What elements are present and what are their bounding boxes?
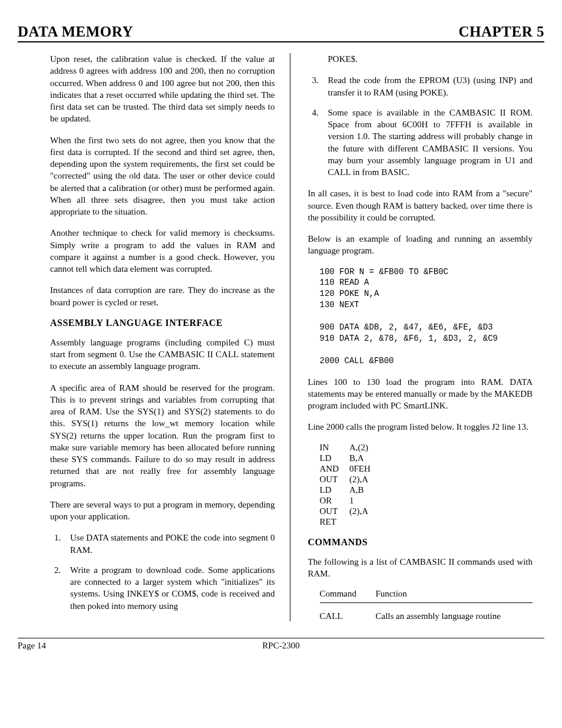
section-heading: ASSEMBLY LANGUAGE INTERFACE: [50, 318, 275, 328]
section-heading: COMMANDS: [308, 537, 533, 548]
paragraph: There are several ways to put a program …: [50, 499, 275, 523]
paragraph: Below is an example of loading and runni…: [308, 233, 533, 257]
asm-row: LDB,A: [320, 453, 381, 464]
ordered-list: Use DATA statements and POKE the code in…: [50, 532, 275, 612]
code-block: 100 FOR N = &FB00 TO &FB0C 110 READ A 12…: [320, 266, 533, 367]
list-item: Some space is available in the CAMBASIC …: [321, 107, 533, 179]
asm-row: OUT(2),A: [320, 506, 381, 517]
paragraph-continuation: POKE$.: [328, 53, 533, 65]
header-left: DATA MEMORY: [18, 24, 133, 40]
col-header-function: Function: [376, 589, 407, 599]
paragraph: Lines 100 to 130 load the program into R…: [308, 376, 533, 412]
footer-model: RPC-2300: [262, 641, 299, 651]
footer-page: Page 14: [18, 641, 46, 651]
paragraph: A specific area of RAM should be reserve…: [50, 382, 275, 489]
paragraph: Upon reset, the calibration value is che…: [50, 53, 275, 125]
divider: [320, 602, 533, 603]
left-column: Upon reset, the calibration value is che…: [18, 53, 290, 621]
paragraph: Line 2000 calls the program listed below…: [308, 421, 533, 433]
list-item: Use DATA statements and POKE the code in…: [63, 532, 275, 556]
page-header: DATA MEMORY CHAPTER 5: [18, 24, 544, 42]
command-table-header: Command Function: [320, 589, 533, 599]
paragraph: The following is a list of CAMBASIC II c…: [308, 556, 533, 580]
asm-row: LDA,B: [320, 485, 381, 496]
asm-row: OUT(2),A: [320, 475, 381, 485]
ordered-list-continued: Read the code from the EPROM (U3) (using…: [308, 74, 533, 178]
col-header-command: Command: [320, 589, 376, 599]
paragraph: Instances of data corruption are rare. T…: [50, 284, 275, 308]
list-item: Write a program to download code. Some a…: [63, 564, 275, 612]
paragraph: When the first two sets do not agree, th…: [50, 134, 275, 218]
asm-row: OR1: [320, 496, 381, 506]
asm-row: RET: [320, 517, 381, 528]
page-footer: Page 14 RPC-2300: [18, 638, 544, 651]
paragraph: Assembly language programs (including co…: [50, 337, 275, 373]
header-right: CHAPTER 5: [459, 24, 544, 40]
command-name: CALL: [320, 611, 376, 621]
asm-row: AND0FEH: [320, 464, 381, 475]
paragraph: Another technique to check for valid mem…: [50, 227, 275, 275]
asm-row: INA,(2): [320, 443, 381, 453]
right-column: POKE$. Read the code from the EPROM (U3)…: [290, 53, 545, 621]
command-row: CALL Calls an assembly language routine: [320, 611, 533, 621]
paragraph: In all cases, it is best to load code in…: [308, 187, 533, 223]
command-desc: Calls an assembly language routine: [376, 611, 501, 621]
list-item: Read the code from the EPROM (U3) (using…: [321, 74, 533, 98]
assembly-listing: INA,(2)LDB,AAND0FEHOUT(2),ALDA,BOR1OUT(2…: [320, 443, 381, 528]
content-columns: Upon reset, the calibration value is che…: [18, 53, 544, 621]
